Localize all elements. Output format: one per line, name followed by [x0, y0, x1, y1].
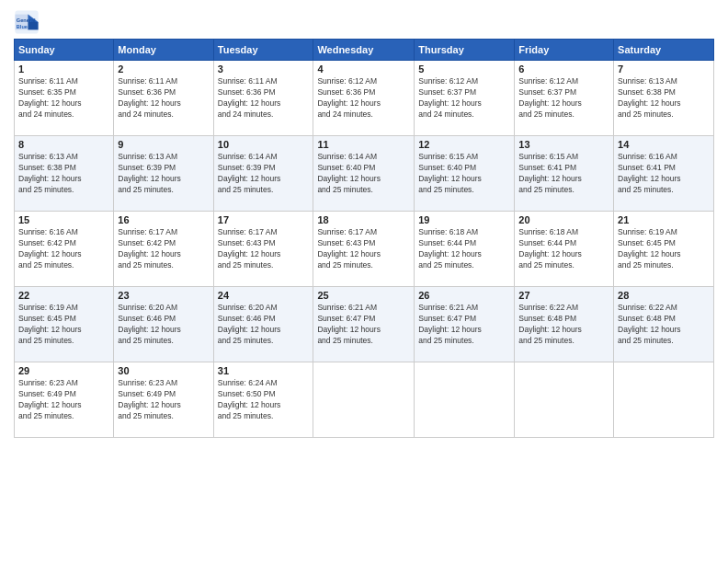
sunset-label: Sunset: 6:43 PM: [317, 238, 375, 247]
logo-icon: General Blue: [14, 9, 40, 35]
day-info: Sunrise: 6:12 AM Sunset: 6:37 PM Dayligh…: [518, 76, 609, 121]
calendar-cell: 4 Sunrise: 6:12 AM Sunset: 6:36 PM Dayli…: [313, 61, 415, 136]
day-number: 4: [317, 63, 410, 75]
calendar-cell: 24 Sunrise: 6:20 AM Sunset: 6:46 PM Dayl…: [213, 287, 313, 362]
calendar-cell: 14 Sunrise: 6:16 AM Sunset: 6:41 PM Dayl…: [614, 136, 714, 212]
sunset-label: Sunset: 6:47 PM: [317, 314, 375, 323]
daylight-minutes: and 25 minutes.: [418, 185, 473, 194]
daylight-minutes: and 25 minutes.: [18, 185, 74, 194]
daylight-minutes: and 25 minutes.: [218, 185, 273, 194]
day-info: Sunrise: 6:13 AM Sunset: 6:38 PM Dayligh…: [18, 152, 109, 196]
daylight-label: Daylight: 12 hours: [118, 325, 181, 334]
sunrise-label: Sunrise: 6:19 AM: [618, 227, 677, 236]
sunset-label: Sunset: 6:49 PM: [18, 389, 76, 398]
sunset-label: Sunset: 6:45 PM: [18, 314, 76, 323]
daylight-label: Daylight: 12 hours: [118, 174, 181, 183]
sunrise-label: Sunrise: 6:12 AM: [418, 76, 478, 86]
sunrise-label: Sunrise: 6:13 AM: [618, 76, 677, 86]
day-number: 18: [317, 214, 410, 225]
calendar-week-1: 1 Sunrise: 6:11 AM Sunset: 6:35 PM Dayli…: [15, 61, 714, 136]
daylight-minutes: and 24 minutes.: [18, 109, 74, 119]
daylight-minutes: and 25 minutes.: [118, 411, 173, 420]
day-number: 31: [218, 365, 310, 376]
calendar-cell: 22 Sunrise: 6:19 AM Sunset: 6:45 PM Dayl…: [15, 287, 114, 362]
daylight-label: Daylight: 12 hours: [518, 249, 582, 259]
sunrise-label: Sunrise: 6:16 AM: [618, 152, 677, 161]
day-info: Sunrise: 6:17 AM Sunset: 6:43 PM Dayligh…: [317, 227, 410, 271]
sunset-label: Sunset: 6:36 PM: [218, 87, 276, 97]
daylight-label: Daylight: 12 hours: [518, 174, 582, 183]
logo: General Blue: [14, 9, 43, 35]
day-info: Sunrise: 6:24 AM Sunset: 6:50 PM Dayligh…: [218, 378, 310, 422]
sunset-label: Sunset: 6:47 PM: [418, 314, 476, 323]
calendar-cell: 3 Sunrise: 6:11 AM Sunset: 6:36 PM Dayli…: [213, 61, 313, 136]
daylight-label: Daylight: 12 hours: [118, 249, 181, 259]
calendar-cell: 7 Sunrise: 6:13 AM Sunset: 6:38 PM Dayli…: [614, 61, 714, 136]
sunset-label: Sunset: 6:37 PM: [418, 87, 476, 97]
calendar-cell: 6 Sunrise: 6:12 AM Sunset: 6:37 PM Dayli…: [515, 61, 614, 136]
sunrise-label: Sunrise: 6:20 AM: [118, 303, 177, 312]
day-info: Sunrise: 6:19 AM Sunset: 6:45 PM Dayligh…: [618, 227, 710, 271]
sunrise-label: Sunrise: 6:13 AM: [118, 152, 177, 161]
day-info: Sunrise: 6:18 AM Sunset: 6:44 PM Dayligh…: [518, 227, 609, 271]
day-info: Sunrise: 6:11 AM Sunset: 6:35 PM Dayligh…: [18, 76, 109, 121]
sunset-label: Sunset: 6:40 PM: [418, 163, 476, 172]
sunset-label: Sunset: 6:40 PM: [317, 163, 375, 172]
calendar-cell: [415, 362, 515, 438]
daylight-label: Daylight: 12 hours: [218, 325, 281, 334]
daylight-minutes: and 25 minutes.: [118, 336, 173, 345]
day-number: 21: [618, 214, 710, 225]
sunset-label: Sunset: 6:37 PM: [518, 87, 576, 97]
sunrise-label: Sunrise: 6:19 AM: [18, 303, 78, 312]
daylight-label: Daylight: 12 hours: [218, 174, 281, 183]
day-info: Sunrise: 6:22 AM Sunset: 6:48 PM Dayligh…: [618, 303, 710, 347]
day-info: Sunrise: 6:11 AM Sunset: 6:36 PM Dayligh…: [118, 76, 209, 121]
daylight-label: Daylight: 12 hours: [618, 98, 681, 108]
sunrise-label: Sunrise: 6:12 AM: [317, 76, 377, 86]
daylight-label: Daylight: 12 hours: [218, 249, 281, 259]
calendar-week-3: 15 Sunrise: 6:16 AM Sunset: 6:42 PM Dayl…: [15, 212, 714, 287]
calendar-cell: 8 Sunrise: 6:13 AM Sunset: 6:38 PM Dayli…: [15, 136, 114, 212]
daylight-label: Daylight: 12 hours: [317, 174, 381, 183]
col-header-tuesday: Tuesday: [213, 40, 313, 61]
calendar-cell: 5 Sunrise: 6:12 AM Sunset: 6:37 PM Dayli…: [415, 61, 515, 136]
daylight-minutes: and 25 minutes.: [618, 336, 673, 345]
day-info: Sunrise: 6:11 AM Sunset: 6:36 PM Dayligh…: [218, 76, 310, 121]
day-info: Sunrise: 6:23 AM Sunset: 6:49 PM Dayligh…: [118, 378, 209, 422]
sunset-label: Sunset: 6:50 PM: [218, 389, 276, 398]
sunrise-label: Sunrise: 6:17 AM: [317, 227, 377, 236]
sunset-label: Sunset: 6:38 PM: [618, 87, 676, 97]
day-number: 8: [18, 139, 109, 150]
day-number: 11: [317, 139, 410, 150]
day-number: 16: [118, 214, 209, 225]
day-info: Sunrise: 6:14 AM Sunset: 6:39 PM Dayligh…: [218, 152, 310, 196]
col-header-thursday: Thursday: [415, 40, 515, 61]
sunrise-label: Sunrise: 6:22 AM: [618, 303, 677, 312]
day-info: Sunrise: 6:20 AM Sunset: 6:46 PM Dayligh…: [118, 303, 209, 347]
sunrise-label: Sunrise: 6:18 AM: [418, 227, 478, 236]
day-number: 5: [418, 63, 510, 75]
daylight-minutes: and 25 minutes.: [218, 336, 273, 345]
calendar-table: SundayMondayTuesdayWednesdayThursdayFrid…: [14, 39, 714, 438]
day-number: 28: [618, 290, 710, 301]
day-info: Sunrise: 6:22 AM Sunset: 6:48 PM Dayligh…: [518, 303, 609, 347]
calendar-cell: 17 Sunrise: 6:17 AM Sunset: 6:43 PM Dayl…: [213, 212, 313, 287]
sunset-label: Sunset: 6:44 PM: [418, 238, 476, 247]
daylight-minutes: and 25 minutes.: [317, 336, 372, 345]
sunrise-label: Sunrise: 6:11 AM: [18, 76, 78, 86]
daylight-label: Daylight: 12 hours: [18, 325, 82, 334]
daylight-minutes: and 25 minutes.: [518, 260, 574, 270]
daylight-minutes: and 25 minutes.: [618, 185, 673, 194]
sunset-label: Sunset: 6:48 PM: [518, 314, 576, 323]
day-info: Sunrise: 6:12 AM Sunset: 6:37 PM Dayligh…: [418, 76, 510, 121]
daylight-label: Daylight: 12 hours: [18, 400, 82, 409]
day-number: 24: [218, 290, 310, 301]
header: General Blue: [14, 9, 714, 35]
day-info: Sunrise: 6:16 AM Sunset: 6:42 PM Dayligh…: [18, 227, 109, 271]
day-number: 23: [118, 290, 209, 301]
day-number: 7: [618, 63, 710, 75]
calendar-cell: 11 Sunrise: 6:14 AM Sunset: 6:40 PM Dayl…: [313, 136, 415, 212]
day-number: 6: [518, 63, 609, 75]
sunset-label: Sunset: 6:41 PM: [618, 163, 676, 172]
daylight-minutes: and 25 minutes.: [118, 260, 173, 270]
